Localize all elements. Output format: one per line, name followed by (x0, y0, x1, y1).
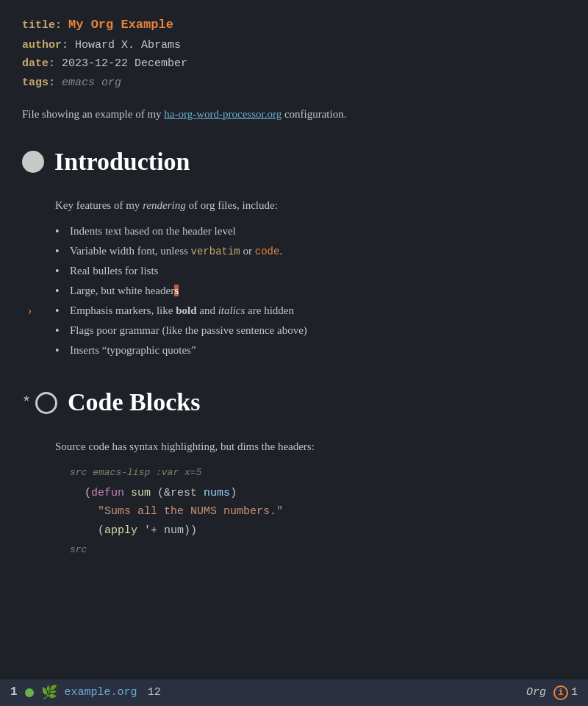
meta-tags-line: tags: emacs org (22, 74, 566, 93)
section2-heading-text: Code Blocks (68, 382, 200, 422)
section1-bullet-circle (22, 151, 44, 173)
status-filename: example.org (65, 684, 137, 702)
list-item: Large, but white headers (55, 281, 566, 301)
gutter-arrow-icon: › (28, 301, 32, 322)
cursor: s (174, 285, 179, 296)
section1-heading-text: Introduction (54, 142, 190, 182)
section1-body-intro: Key features of my (55, 199, 143, 211)
asterisk-icon: * (22, 391, 31, 415)
section1-intro-text: Key features of my rendering of org file… (55, 196, 566, 214)
tags-key: tags: (22, 76, 55, 89)
status-info: i 1 (553, 684, 578, 702)
meta-title-line: title: My Org Example (22, 15, 566, 36)
intro-link[interactable]: ha-org-word-processor.org (164, 108, 282, 120)
intro-paragraph: File showing an example of my ha-org-wor… (22, 105, 566, 124)
section1-body-italic: rendering (143, 199, 186, 211)
code-line-3: (apply '+ num)) (85, 521, 566, 541)
status-right-section: Org i 1 (526, 684, 578, 702)
section1-body: Key features of my rendering of org file… (22, 196, 566, 360)
section2-prefix: * (22, 391, 57, 415)
meta-author-line: author: Howard X. Abrams (22, 36, 566, 55)
author-key: author: (22, 39, 68, 51)
title-key: title: (22, 19, 62, 32)
bold-inline: bold (176, 304, 196, 316)
code-block-container: src emacs-lisp :var x=5 (defun sum (&res… (55, 466, 566, 558)
list-item: Real bullets for lists (55, 261, 566, 281)
info-icon: i (553, 685, 568, 700)
section2-heading: * Code Blocks (22, 382, 566, 422)
status-dot-icon (25, 688, 34, 697)
code-src-label: src emacs-lisp :var x=5 (70, 466, 566, 481)
list-item: Inserts “typographic quotes” (55, 340, 566, 360)
intro-before-link: File showing an example of my (22, 108, 164, 120)
list-item: › Emphasis markers, like bold and italic… (55, 301, 566, 321)
tags-value: emacs org (62, 76, 121, 89)
status-line-number: 1 (10, 683, 18, 702)
author-value: Howard X. Abrams (75, 39, 181, 51)
italic-inline: italics (218, 304, 245, 316)
intro-after-link: configuration. (282, 108, 346, 120)
date-value: 2023-12-22 December (62, 57, 187, 70)
title-value: My Org Example (68, 18, 173, 32)
emacs-icon: 🌿 (41, 682, 57, 704)
section2-bullet-circle (35, 392, 57, 414)
status-mode: Org (526, 684, 546, 702)
list-item: Flags poor grammar (like the passive sen… (55, 321, 566, 340)
section1-bullet-list: Indents text based on the header level V… (55, 221, 566, 360)
code-block: (defun sum (&rest nums) "Sums all the NU… (70, 484, 566, 541)
metadata-block: title: My Org Example author: Howard X. … (22, 15, 566, 92)
code-line-1: (defun sum (&rest nums) (85, 484, 566, 503)
list-item: Variable width font, unless verbatim or … (55, 241, 566, 261)
status-info-count: 1 (571, 684, 578, 702)
status-column: 12 (148, 684, 161, 702)
date-key: date: (22, 57, 55, 70)
verbatim-text: verbatim (191, 246, 240, 257)
code-line-2: "Sums all the NUMS numbers." (85, 502, 566, 521)
code-src-end-label: src (70, 543, 566, 558)
status-bar: 1 🌿 example.org 12 Org i 1 (0, 680, 588, 706)
meta-date-line: date: 2023-12-22 December (22, 54, 566, 74)
list-item: Indents text based on the header level (55, 221, 566, 241)
section2-body: Source code has syntax highlighting, but… (22, 438, 566, 558)
section1-body-rest: of org files, include: (186, 199, 278, 211)
section1-heading: Introduction (22, 142, 566, 182)
code-text: code (255, 246, 280, 257)
section2-intro-text: Source code has syntax highlighting, but… (55, 438, 566, 455)
section2: * Code Blocks Source code has syntax hig… (22, 382, 566, 557)
